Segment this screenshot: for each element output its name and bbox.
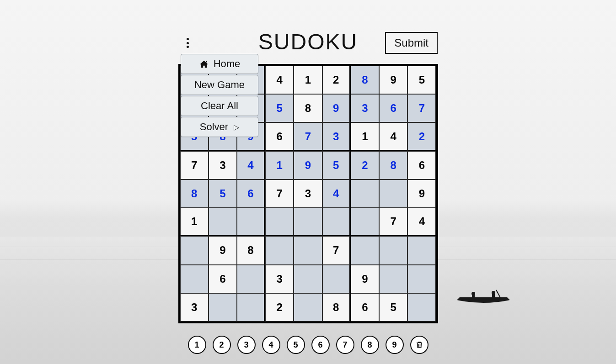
cell-6-0[interactable] [180, 236, 209, 264]
cell-8-5[interactable]: 8 [322, 293, 351, 322]
cell-7-4[interactable] [294, 265, 322, 293]
cell-8-2[interactable] [237, 293, 265, 322]
cell-3-1[interactable]: 3 [209, 151, 237, 179]
cell-7-3[interactable]: 3 [265, 265, 294, 293]
cell-2-8[interactable]: 2 [407, 122, 436, 151]
cell-0-6[interactable]: 8 [351, 66, 379, 94]
cell-4-7[interactable] [379, 179, 407, 208]
cell-6-5[interactable]: 7 [322, 236, 351, 264]
cell-2-5[interactable]: 3 [322, 122, 351, 151]
cell-0-7[interactable]: 9 [379, 66, 407, 94]
cell-8-3[interactable]: 2 [265, 293, 294, 322]
cell-1-6[interactable]: 3 [351, 94, 379, 122]
cell-4-5[interactable]: 4 [322, 179, 351, 208]
menu-new-game-label: New Game [194, 79, 245, 91]
cell-6-6[interactable] [351, 236, 379, 264]
cell-3-0[interactable]: 7 [180, 151, 209, 179]
cell-7-5[interactable] [322, 265, 351, 293]
cell-5-4[interactable] [294, 208, 322, 236]
cell-5-5[interactable] [322, 208, 351, 236]
cell-3-5[interactable]: 5 [322, 151, 351, 179]
cell-0-3[interactable]: 4 [265, 66, 294, 94]
cell-2-7[interactable]: 4 [379, 122, 407, 151]
cell-1-3[interactable]: 5 [265, 94, 294, 122]
numpad-4[interactable]: 4 [262, 336, 280, 354]
chevron-right-icon: ▷ [234, 123, 239, 132]
cell-3-8[interactable]: 6 [407, 151, 436, 179]
cell-8-4[interactable] [294, 293, 322, 322]
cell-3-6[interactable]: 2 [351, 151, 379, 179]
cell-2-6[interactable]: 1 [351, 122, 379, 151]
cell-7-0[interactable] [180, 265, 209, 293]
number-pad: 123456789 [188, 336, 429, 354]
cell-8-8[interactable] [407, 293, 436, 322]
svg-rect-1 [472, 295, 475, 298]
cell-5-7[interactable]: 7 [379, 208, 407, 236]
background-boat [456, 286, 511, 295]
cell-1-5[interactable]: 9 [322, 94, 351, 122]
cell-7-8[interactable] [407, 265, 436, 293]
cell-5-3[interactable] [265, 208, 294, 236]
cell-3-4[interactable]: 9 [294, 151, 322, 179]
cell-4-1[interactable]: 5 [209, 179, 237, 208]
cell-4-0[interactable]: 8 [180, 179, 209, 208]
cell-4-2[interactable]: 6 [237, 179, 265, 208]
menu-clear-all-label: Clear All [201, 100, 238, 112]
menu-new-game[interactable]: New Game [181, 75, 258, 95]
cell-8-0[interactable]: 3 [180, 293, 209, 322]
menu-solver[interactable]: Solver ▷ [181, 117, 258, 137]
cell-6-2[interactable]: 8 [237, 236, 265, 264]
cell-1-8[interactable]: 7 [407, 94, 436, 122]
cell-6-4[interactable] [294, 236, 322, 264]
numpad-9[interactable]: 9 [386, 336, 404, 354]
cell-5-0[interactable]: 1 [180, 208, 209, 236]
cell-4-8[interactable]: 9 [407, 179, 436, 208]
cell-5-1[interactable] [209, 208, 237, 236]
cell-3-7[interactable]: 8 [379, 151, 407, 179]
cell-5-6[interactable] [351, 208, 379, 236]
cell-7-2[interactable] [237, 265, 265, 293]
cell-7-1[interactable]: 6 [209, 265, 237, 293]
menu-solver-label: Solver [200, 121, 228, 133]
cell-3-3[interactable]: 1 [265, 151, 294, 179]
cell-5-8[interactable]: 4 [407, 208, 436, 236]
dropdown-menu: Home New Game Clear All Solver ▷ [181, 54, 258, 138]
cell-4-4[interactable]: 3 [294, 179, 322, 208]
numpad-1[interactable]: 1 [188, 336, 206, 354]
cell-7-7[interactable] [379, 265, 407, 293]
numpad-7[interactable]: 7 [336, 336, 354, 354]
numpad-8[interactable]: 8 [361, 336, 379, 354]
cell-4-3[interactable]: 7 [265, 179, 294, 208]
menu-home-label: Home [214, 58, 241, 70]
menu-home[interactable]: Home [181, 54, 258, 74]
cell-6-1[interactable]: 9 [209, 236, 237, 264]
trash-icon [415, 340, 423, 349]
cell-8-6[interactable]: 6 [351, 293, 379, 322]
cell-0-4[interactable]: 1 [294, 66, 322, 94]
cell-8-1[interactable] [209, 293, 237, 322]
menu-clear-all[interactable]: Clear All [181, 96, 258, 116]
cell-0-5[interactable]: 2 [322, 66, 351, 94]
home-icon [199, 59, 209, 69]
cell-2-4[interactable]: 7 [294, 122, 322, 151]
cell-1-4[interactable]: 8 [294, 94, 322, 122]
submit-button[interactable]: Submit [385, 32, 438, 54]
numpad-5[interactable]: 5 [287, 336, 305, 354]
numpad-3[interactable]: 3 [237, 336, 256, 354]
cell-1-7[interactable]: 6 [379, 94, 407, 122]
cell-7-6[interactable]: 9 [351, 265, 379, 293]
cell-6-3[interactable] [265, 236, 294, 264]
erase-button[interactable] [410, 336, 429, 354]
cell-3-2[interactable]: 4 [237, 151, 265, 179]
svg-rect-3 [492, 294, 495, 298]
page-title: SUDOKU [258, 29, 358, 54]
cell-6-7[interactable] [379, 236, 407, 264]
numpad-2[interactable]: 2 [213, 336, 231, 354]
numpad-6[interactable]: 6 [311, 336, 330, 354]
cell-8-7[interactable]: 5 [379, 293, 407, 322]
cell-5-2[interactable] [237, 208, 265, 236]
cell-6-8[interactable] [407, 236, 436, 264]
cell-0-8[interactable]: 5 [407, 66, 436, 94]
cell-4-6[interactable] [351, 179, 379, 208]
cell-2-3[interactable]: 6 [265, 122, 294, 151]
